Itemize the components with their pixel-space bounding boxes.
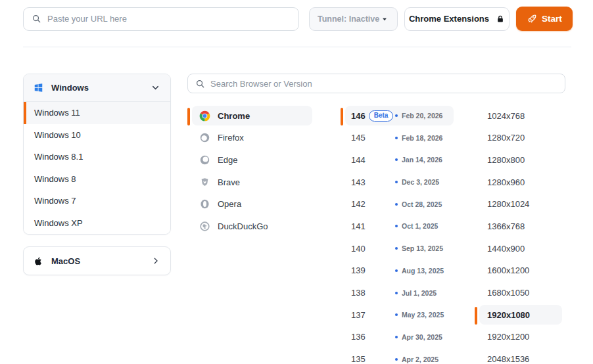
- os-item[interactable]: Windows 7: [24, 190, 170, 212]
- os-item[interactable]: Windows 10: [24, 124, 170, 147]
- browser-search-wrap: [187, 74, 565, 93]
- version-label-group: 137: [351, 310, 395, 320]
- release-date: Sep 13, 2025: [402, 244, 443, 252]
- date-dot-icon: [395, 358, 398, 361]
- version-row[interactable]: 140 Sep 13, 2025: [341, 239, 454, 260]
- resolution-row[interactable]: 1280x1024: [475, 194, 562, 216]
- browser-search-input[interactable]: [210, 79, 557, 89]
- os-item[interactable]: Windows XP: [24, 212, 170, 235]
- main-content: Windows Windows 11 Windows 10 Windows 8.…: [0, 47, 593, 364]
- browser-name: Edge: [218, 155, 237, 165]
- resolution-label: 1024x768: [487, 111, 525, 121]
- browser-icon: [199, 132, 210, 143]
- release-date: Jan 14, 2026: [402, 156, 442, 164]
- os-item[interactable]: Windows 11: [24, 102, 170, 124]
- release-date-group: Aug 13, 2025: [395, 267, 444, 275]
- version-row[interactable]: 138 Jul 1, 2025: [341, 283, 454, 305]
- resolution-label: 1680x1050: [487, 288, 529, 298]
- apple-logo-icon: [34, 256, 43, 267]
- version-row[interactable]: 144 Jan 14, 2026: [341, 150, 454, 171]
- version-label-group: 138: [351, 288, 395, 298]
- version-row[interactable]: 135 Apr 2, 2025: [341, 350, 454, 364]
- version-row[interactable]: 145 Feb 18, 2026: [341, 128, 454, 150]
- version-row[interactable]: 146 Beta Feb 20, 2026: [341, 106, 454, 127]
- version-label-group: 144: [351, 155, 395, 165]
- release-date: Aug 13, 2025: [402, 267, 444, 275]
- search-icon: [195, 79, 205, 89]
- resolution-row[interactable]: 2048x1536: [475, 350, 562, 364]
- browser-row[interactable]: Firefox: [187, 128, 312, 150]
- chrome-extensions-label: Chrome Extensions: [409, 14, 489, 24]
- browser-name: Chrome: [218, 111, 250, 121]
- version-label-group: 135: [351, 354, 395, 364]
- windows-logo-icon: [34, 83, 43, 93]
- version-label-group: 139: [351, 265, 395, 275]
- release-date-group: Apr 2, 2025: [395, 355, 439, 363]
- version-row[interactable]: 137 May 23, 2025: [341, 305, 454, 327]
- resolution-row[interactable]: 1440x900: [475, 239, 562, 260]
- macos-group-header[interactable]: MacOS: [23, 246, 171, 275]
- start-button[interactable]: Start: [516, 7, 573, 31]
- resolution-row[interactable]: 1920x1200: [475, 327, 562, 349]
- browser-row[interactable]: Edge: [187, 150, 312, 171]
- resolution-row[interactable]: 1680x1050: [475, 283, 562, 305]
- url-input[interactable]: [47, 14, 291, 24]
- os-item[interactable]: Windows 8: [24, 168, 170, 191]
- version-number: 146: [351, 111, 366, 121]
- resolution-row[interactable]: 1280x720: [475, 128, 562, 150]
- version-number: 142: [351, 199, 366, 209]
- version-label-group: 143: [351, 177, 395, 187]
- url-input-wrap: [23, 7, 299, 31]
- version-row[interactable]: 136 Apr 30, 2025: [341, 327, 454, 349]
- browser-name: Firefox: [218, 133, 244, 143]
- version-row[interactable]: 141 Oct 1, 2025: [341, 216, 454, 238]
- browser-selection-page: Tunnel: Inactive Chrome Extensions Start…: [0, 0, 593, 364]
- resolution-label: 1280x720: [487, 133, 525, 143]
- release-date-group: Feb 18, 2026: [395, 134, 442, 142]
- date-dot-icon: [395, 269, 398, 272]
- resolution-row[interactable]: 1920x1080: [475, 305, 562, 327]
- windows-group-label: Windows: [51, 83, 89, 93]
- release-date: Oct 28, 2025: [402, 200, 442, 208]
- resolution-row[interactable]: 1600x1200: [475, 261, 562, 283]
- windows-card: Windows Windows 11 Windows 10 Windows 8.…: [23, 74, 171, 235]
- browser-row[interactable]: Chrome: [187, 106, 312, 127]
- version-label-group: 145: [351, 133, 395, 143]
- windows-group-header[interactable]: Windows: [24, 74, 170, 102]
- resolution-label: 1600x1200: [487, 265, 529, 275]
- version-number: 135: [351, 354, 366, 364]
- release-date-group: Dec 3, 2025: [395, 178, 439, 186]
- release-date: Feb 20, 2026: [402, 112, 442, 120]
- browser-icon: [199, 154, 210, 166]
- version-number: 139: [351, 265, 366, 275]
- resolution-row[interactable]: 1024x768: [475, 106, 562, 127]
- release-date: Apr 2, 2025: [402, 355, 439, 363]
- version-row[interactable]: 142 Oct 28, 2025: [341, 194, 454, 216]
- tunnel-dropdown[interactable]: Tunnel: Inactive: [309, 7, 398, 31]
- date-dot-icon: [395, 336, 398, 338]
- release-date: Dec 3, 2025: [402, 178, 439, 186]
- resolution-row[interactable]: 1280x960: [475, 172, 562, 194]
- resolution-label: 1920x1200: [487, 332, 529, 342]
- browser-row[interactable]: DuckDuckGo: [187, 216, 312, 238]
- resolution-label: 2048x1536: [487, 354, 529, 364]
- browser-row[interactable]: Brave: [187, 172, 312, 194]
- release-date-group: Sep 13, 2025: [395, 244, 443, 252]
- resolution-row[interactable]: 1366x768: [475, 216, 562, 238]
- browser-list: Chrome Firefox Edge: [187, 105, 312, 364]
- os-item-label: Windows 10: [34, 130, 81, 140]
- resolution-row[interactable]: 1280x800: [475, 150, 562, 171]
- browser-icon: [199, 110, 210, 122]
- resolution-label: 1366x768: [487, 221, 525, 231]
- os-column: Windows Windows 11 Windows 10 Windows 8.…: [23, 74, 171, 364]
- browser-row[interactable]: Opera: [187, 194, 312, 216]
- search-icon: [32, 14, 41, 24]
- version-label-group: 141: [351, 221, 395, 231]
- release-date: Jul 1, 2025: [402, 289, 437, 297]
- os-item[interactable]: Windows 8.1: [24, 146, 170, 168]
- version-number: 137: [351, 310, 366, 320]
- version-row[interactable]: 139 Aug 13, 2025: [341, 261, 454, 283]
- chrome-extensions-button[interactable]: Chrome Extensions: [404, 7, 510, 31]
- os-item-label: Windows 8.1: [34, 152, 83, 162]
- version-row[interactable]: 143 Dec 3, 2025: [341, 172, 454, 194]
